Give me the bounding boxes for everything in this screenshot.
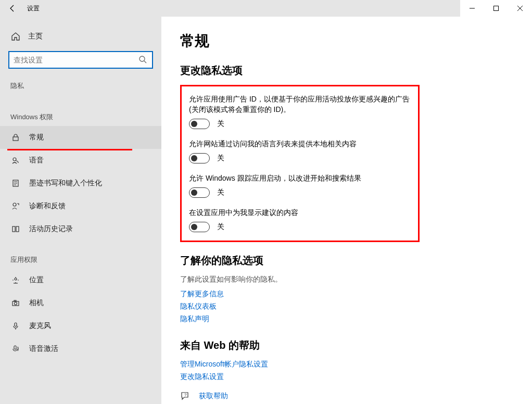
- option1-state: 关: [217, 119, 224, 129]
- svg-rect-21: [14, 346, 16, 349]
- nav-voice-activation[interactable]: 语音激活: [0, 337, 161, 360]
- link-learn-more[interactable]: 了解更多信息: [180, 289, 532, 299]
- nav-speech[interactable]: 语音: [0, 149, 161, 172]
- svg-line-5: [144, 61, 146, 63]
- nav-activity-history[interactable]: 活动历史记录: [0, 218, 161, 241]
- link-change-privacy[interactable]: 更改隐私设置: [180, 372, 532, 382]
- nav-speech-label: 语音: [29, 156, 44, 165]
- option3-toggle[interactable]: [189, 187, 210, 198]
- sidebar-group2-label: 应用权限: [0, 241, 161, 269]
- nav-inking[interactable]: 墨迹书写和键入个性化: [0, 172, 161, 195]
- close-button[interactable]: [508, 0, 532, 17]
- location-icon: [10, 275, 21, 285]
- history-icon: [10, 224, 21, 234]
- link-privacy-statement[interactable]: 隐私声明: [180, 314, 532, 324]
- nav-diagnostics[interactable]: 诊断和反馈: [0, 195, 161, 218]
- nav-microphone-label: 麦克风: [29, 321, 51, 331]
- lock-icon: [10, 132, 21, 143]
- option2-desc: 允许网站通过访问我的语言列表来提供本地相关内容: [189, 138, 411, 149]
- sidebar-group1-label: Windows 权限: [0, 95, 161, 126]
- feedback-icon: [10, 201, 21, 211]
- nav-camera[interactable]: 相机: [0, 292, 161, 314]
- svg-rect-18: [14, 300, 16, 301]
- learn-privacy-para: 了解此设置如何影响你的隐私。: [180, 275, 532, 284]
- speech-icon: [10, 155, 21, 166]
- window-controls: [460, 0, 532, 17]
- back-button[interactable]: [0, 0, 25, 17]
- svg-point-12: [13, 203, 16, 206]
- search-icon: [138, 55, 148, 65]
- camera-icon: [10, 298, 21, 308]
- svg-point-17: [15, 302, 17, 305]
- option4-toggle[interactable]: [189, 222, 210, 232]
- link-privacy-dashboard[interactable]: 隐私仪表板: [180, 302, 532, 311]
- svg-text:?: ?: [184, 393, 187, 397]
- option3-desc: 允许 Windows 跟踪应用启动，以改进开始和搜索结果: [189, 173, 411, 183]
- option4-state: 关: [217, 222, 224, 232]
- svg-point-4: [140, 56, 145, 61]
- svg-rect-6: [13, 137, 18, 141]
- search-field[interactable]: [14, 56, 138, 64]
- nav-voice-activation-label: 语音激活: [29, 344, 58, 354]
- nav-microphone[interactable]: 麦克风: [0, 314, 161, 337]
- search-input[interactable]: [8, 51, 153, 69]
- link-manage-ms-account[interactable]: 管理Microsoft帐户隐私设置: [180, 360, 532, 369]
- nav-activity-label: 活动历史记录: [29, 224, 73, 234]
- titlebar: 设置: [0, 0, 532, 17]
- option3-state: 关: [217, 188, 224, 197]
- option4-desc: 在设置应用中为我显示建议的内容: [189, 207, 411, 218]
- minimize-icon: [470, 6, 475, 11]
- nav-general[interactable]: 常规: [0, 126, 161, 149]
- option1-desc: 允许应用使用广告 ID，以便基于你的应用活动投放你更感兴趣的广告(关闭该模式将会…: [189, 94, 411, 115]
- close-icon: [517, 6, 523, 11]
- option1-toggle[interactable]: [189, 119, 210, 129]
- svg-point-15: [15, 278, 17, 280]
- svg-rect-19: [15, 323, 17, 326]
- nav-home-label: 主页: [28, 32, 43, 41]
- nav-home[interactable]: 主页: [0, 26, 161, 47]
- svg-rect-1: [494, 6, 499, 11]
- maximize-button[interactable]: [484, 0, 508, 17]
- nav-diagnostics-label: 诊断和反馈: [29, 201, 66, 211]
- svg-rect-13: [12, 226, 15, 232]
- page-title: 常规: [180, 31, 532, 51]
- svg-rect-14: [16, 226, 19, 232]
- section-web-help: 来自 Web 的帮助: [180, 338, 532, 352]
- section-learn-privacy: 了解你的隐私选项: [180, 254, 532, 268]
- sidebar-category: 隐私: [0, 74, 161, 95]
- nav-location-label: 位置: [29, 275, 44, 285]
- home-icon: [10, 31, 21, 42]
- option2-state: 关: [217, 154, 224, 163]
- window-title: 设置: [27, 4, 40, 13]
- link-get-help[interactable]: 获取帮助: [199, 392, 228, 401]
- nav-general-label: 常规: [29, 133, 44, 142]
- notepad-icon: [10, 178, 21, 188]
- maximize-icon: [493, 6, 499, 11]
- option2-toggle[interactable]: [189, 153, 210, 163]
- section-change-privacy: 更改隐私选项: [180, 64, 532, 78]
- arrow-left-icon: [8, 4, 17, 12]
- nav-inking-label: 墨迹书写和键入个性化: [29, 179, 102, 188]
- microphone-icon: [10, 321, 21, 331]
- svg-point-7: [13, 158, 16, 161]
- nav-camera-label: 相机: [29, 298, 44, 308]
- content-area: 常规 更改隐私选项 允许应用使用广告 ID，以便基于你的应用活动投放你更感兴趣的…: [161, 17, 532, 404]
- nav-location[interactable]: 位置: [0, 269, 161, 292]
- minimize-button[interactable]: [460, 0, 484, 17]
- sidebar: 主页 隐私 Windows 权限 常规 语音: [0, 17, 161, 404]
- highlighted-options-box: 允许应用使用广告 ID，以便基于你的应用活动投放你更感兴趣的广告(关闭该模式将会…: [180, 85, 420, 242]
- help-icon: ?: [180, 391, 191, 401]
- voice-activation-icon: [10, 344, 21, 354]
